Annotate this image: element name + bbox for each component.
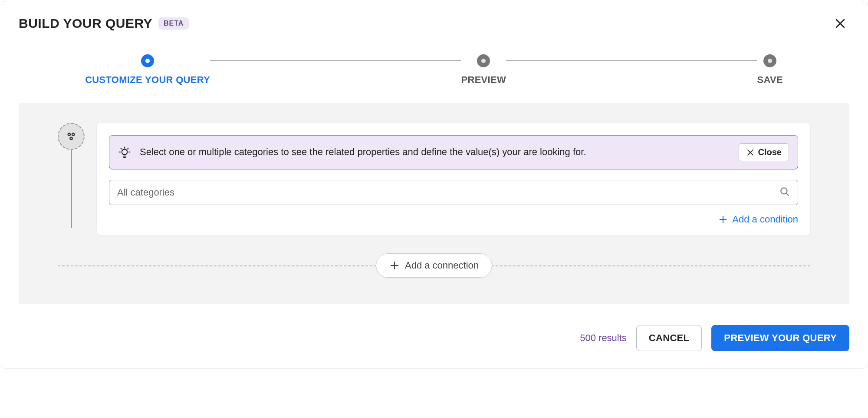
- add-condition-button[interactable]: Add a condition: [718, 214, 798, 225]
- svg-line-16: [786, 193, 788, 195]
- cancel-button[interactable]: CANCEL: [636, 325, 702, 351]
- add-connection-label: Add a connection: [405, 260, 479, 271]
- preview-query-button[interactable]: PREVIEW YOUR QUERY: [711, 325, 849, 351]
- hint-close-label: Close: [758, 147, 782, 157]
- step-dot-icon: [477, 54, 490, 67]
- plus-icon: [718, 215, 728, 224]
- step-label: PREVIEW: [461, 74, 506, 86]
- category-input-wrap: [109, 180, 798, 205]
- svg-point-5: [122, 149, 128, 155]
- plus-icon: [389, 260, 400, 271]
- beta-badge: BETA: [158, 17, 189, 30]
- step-connector: [210, 60, 461, 61]
- node-icon-column: [58, 123, 85, 228]
- svg-line-12: [128, 148, 128, 149]
- svg-line-11: [121, 148, 122, 149]
- node-row: Select one or multiple categories to see…: [58, 123, 810, 236]
- title-wrap: BUILD YOUR QUERY BETA: [19, 16, 189, 31]
- step-label: SAVE: [757, 74, 783, 86]
- add-condition-row: Add a condition: [109, 214, 798, 225]
- step-customize[interactable]: CUSTOMIZE YOUR QUERY: [85, 54, 210, 86]
- connection-row: Add a connection: [58, 253, 810, 278]
- dialog-title: BUILD YOUR QUERY: [19, 16, 152, 31]
- hint-banner: Select one or multiple categories to see…: [109, 135, 798, 169]
- step-connector: [506, 60, 757, 61]
- results-count: 500 results: [580, 332, 627, 344]
- step-dot-icon: [763, 54, 776, 67]
- close-icon: [746, 148, 755, 157]
- step-label: CUSTOMIZE YOUR QUERY: [85, 74, 210, 86]
- svg-point-4: [70, 137, 72, 139]
- query-builder-dialog: BUILD YOUR QUERY BETA CUSTOMIZE YOUR QUE…: [1, 1, 867, 369]
- workspace: Select one or multiple categories to see…: [19, 103, 849, 304]
- search-icon: [779, 186, 790, 199]
- add-connection-button[interactable]: Add a connection: [376, 253, 492, 278]
- hint-close-button[interactable]: Close: [739, 143, 789, 161]
- node-stem: [71, 150, 72, 228]
- dots-icon: [65, 130, 77, 143]
- footer: 500 results CANCEL PREVIEW YOUR QUERY: [19, 325, 849, 351]
- step-preview[interactable]: PREVIEW: [461, 54, 506, 86]
- step-save[interactable]: SAVE: [757, 54, 783, 86]
- svg-point-3: [72, 133, 74, 136]
- lightbulb-icon: [118, 146, 131, 159]
- hint-text: Select one or multiple categories to see…: [140, 146, 730, 159]
- close-icon: [834, 17, 847, 30]
- node-card: Select one or multiple categories to see…: [97, 123, 810, 236]
- add-condition-label: Add a condition: [732, 214, 798, 225]
- dialog-header: BUILD YOUR QUERY BETA: [19, 14, 849, 33]
- close-dialog-button[interactable]: [831, 14, 849, 33]
- category-input[interactable]: [109, 180, 798, 205]
- stepper: CUSTOMIZE YOUR QUERY PREVIEW SAVE: [85, 54, 783, 86]
- node-circle[interactable]: [58, 123, 85, 150]
- svg-point-2: [68, 133, 70, 136]
- step-dot-icon: [141, 54, 154, 67]
